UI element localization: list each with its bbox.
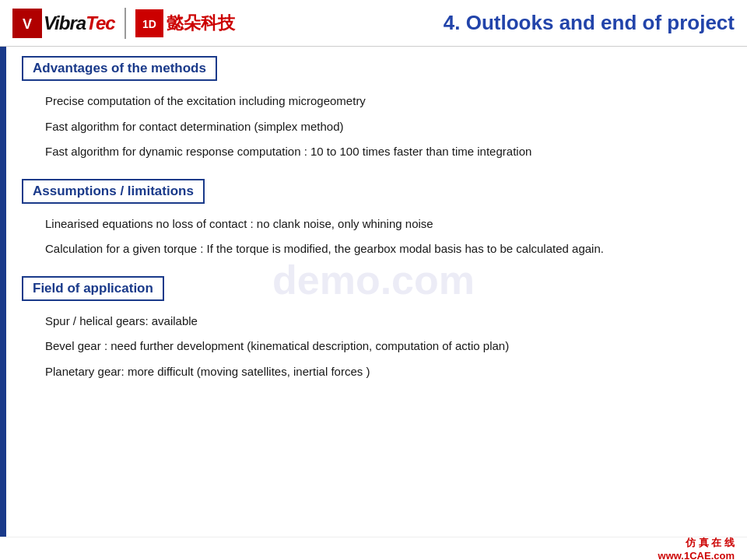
field-section: Field of application Spur / helical gear…: [22, 276, 731, 385]
left-accent-bar: [0, 47, 6, 560]
advantages-bullet-1: Precise computation of the excitation in…: [22, 89, 731, 114]
page-title: 4. Outlooks and end of project: [444, 11, 735, 35]
advantages-section: Advantages of the methods Precise comput…: [22, 56, 731, 165]
svg-text:V: V: [23, 16, 32, 32]
advantages-label: Advantages of the methods: [22, 56, 217, 81]
footer-line1: 仿 真 在 线: [658, 536, 735, 550]
logo-area: V VibraTec 1D 懿朵科技: [12, 8, 235, 39]
field-bullet-1: Spur / helical gears: available: [22, 309, 731, 334]
vibratec-name: VibraTec: [44, 12, 115, 34]
yiduo-logo: 1D 懿朵科技: [135, 9, 235, 37]
main-content: Advantages of the methods Precise comput…: [6, 47, 747, 537]
svg-text:1D: 1D: [142, 18, 156, 30]
vibratec-icon: V: [16, 12, 38, 34]
field-label: Field of application: [22, 276, 164, 301]
header: V VibraTec 1D 懿朵科技 4. Outlooks and end o…: [0, 0, 747, 47]
footer-line2: www.1CAE.com: [658, 550, 735, 560]
vibratec-logo: V VibraTec: [12, 9, 115, 38]
yiduo-name: 懿朵科技: [167, 12, 235, 35]
footer-text: 仿 真 在 线 www.1CAE.com: [658, 536, 735, 560]
vibratec-icon-box: V: [12, 9, 42, 38]
field-bullet-2: Bevel gear : need further development (k…: [22, 334, 731, 359]
assumptions-section: Assumptions / limitations Linearised equ…: [22, 179, 731, 262]
yiduo-icon: 1D: [140, 14, 159, 33]
logo-divider: [124, 8, 126, 39]
assumptions-bullet-2: Calculation for a given torque : If the …: [22, 236, 731, 262]
assumptions-bullet-1: Linearised equations no loss of contact …: [22, 212, 731, 237]
yiduo-icon-box: 1D: [135, 9, 163, 37]
advantages-bullet-3: Fast algorithm for dynamic response comp…: [22, 139, 731, 165]
assumptions-label: Assumptions / limitations: [22, 179, 205, 204]
advantages-bullet-2: Fast algorithm for contact determination…: [22, 114, 731, 140]
field-bullet-3: Planetary gear: more difficult (moving s…: [22, 359, 731, 385]
footer: 仿 真 在 线 www.1CAE.com: [0, 537, 747, 560]
